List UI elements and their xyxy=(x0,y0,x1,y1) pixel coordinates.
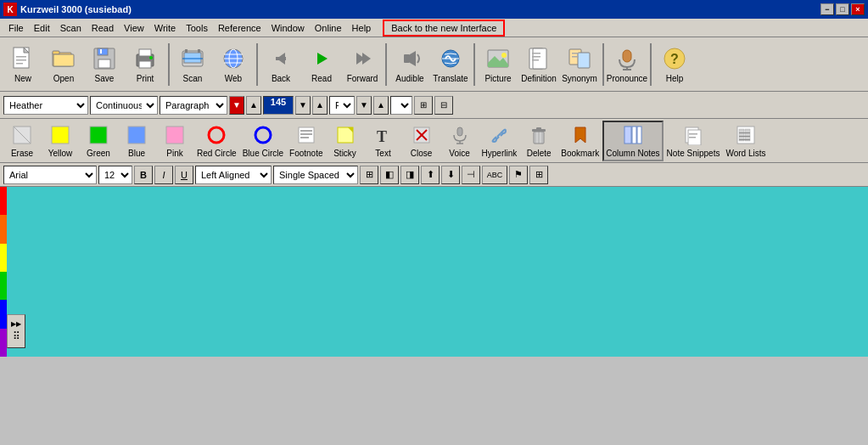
green-button[interactable]: Green xyxy=(80,121,117,161)
pink-button[interactable]: Pink xyxy=(156,121,193,161)
zoom-down-button[interactable]: ▼ xyxy=(295,96,311,115)
menu-scan[interactable]: Scan xyxy=(55,21,87,35)
pronounce-button[interactable]: Pronounce xyxy=(608,40,647,89)
align-dropdown[interactable]: Left Aligned xyxy=(195,166,272,184)
minimize-button[interactable]: − xyxy=(820,3,834,15)
font-family-dropdown[interactable]: Arial xyxy=(3,166,97,184)
scan-label: Scan xyxy=(183,74,203,83)
menu-tools[interactable]: Tools xyxy=(181,21,213,35)
word-lists-label: Word Lists xyxy=(725,149,765,158)
grid-format-button[interactable]: ⊞ xyxy=(529,166,548,184)
svg-rect-92 xyxy=(739,139,750,140)
delete-button[interactable]: Delete xyxy=(520,121,557,161)
blue-button[interactable]: Blue xyxy=(118,121,155,161)
grid-btn-2[interactable]: ⊟ xyxy=(434,96,453,115)
forward-button[interactable]: Forward xyxy=(343,40,382,89)
app-icon: K xyxy=(3,3,17,16)
line-size-dropdown[interactable]: L xyxy=(390,96,412,115)
picture-button[interactable]: Picture xyxy=(479,40,518,89)
menu-file[interactable]: File xyxy=(3,21,29,35)
grid-btn-1[interactable]: ⊞ xyxy=(414,96,433,115)
underline-button[interactable]: U xyxy=(175,166,193,184)
synonym-button[interactable]: Synonym xyxy=(560,40,599,89)
menu-online[interactable]: Online xyxy=(310,21,347,35)
bold-button[interactable]: B xyxy=(134,166,153,184)
annotation-toolbar: Erase Yellow Green Blue Pink Red Circle xyxy=(0,119,868,163)
menu-reference[interactable]: Reference xyxy=(213,21,266,35)
view-dropdown[interactable]: Continuous xyxy=(90,96,158,115)
spacing-dropdown[interactable]: Single Spaced xyxy=(273,166,358,184)
document-area: ▶▶ ⠿ xyxy=(0,187,868,357)
font-size-dropdown[interactable]: F xyxy=(329,96,355,115)
erase-button[interactable]: Erase xyxy=(3,121,41,161)
new-button[interactable]: New xyxy=(3,40,42,89)
blue-icon xyxy=(125,123,148,147)
print-button[interactable]: Print xyxy=(126,40,165,89)
bar-red xyxy=(0,187,7,215)
column-notes-button[interactable]: Column Notes xyxy=(602,121,663,161)
word-lists-button[interactable]: Word Lists xyxy=(723,121,768,161)
open-button[interactable]: Open xyxy=(44,40,83,89)
audible-button[interactable]: Audible xyxy=(390,40,429,89)
table-insert-button[interactable]: ⊞ xyxy=(360,166,378,184)
col-right-button[interactable]: ◨ xyxy=(400,166,419,184)
svg-rect-86 xyxy=(689,137,696,138)
footnote-button[interactable]: Footnote xyxy=(287,121,325,161)
delete-label: Delete xyxy=(527,149,552,158)
font-size-number-dropdown[interactable]: 12 xyxy=(98,166,132,184)
col-left-button[interactable]: ◧ xyxy=(380,166,399,184)
color-up-button[interactable]: ▲ xyxy=(246,96,261,115)
svg-rect-55 xyxy=(128,127,145,144)
scan-button[interactable]: Scan xyxy=(173,40,212,89)
style-dropdown[interactable]: Heather xyxy=(3,96,88,115)
maximize-button[interactable]: □ xyxy=(836,3,849,15)
save-button[interactable]: Save xyxy=(85,40,124,89)
note-snippets-button[interactable]: Note Snippets xyxy=(664,121,723,161)
title-bar-controls[interactable]: − □ × xyxy=(820,3,865,15)
bookmark-button[interactable]: Bookmark xyxy=(558,121,602,161)
svg-rect-78 xyxy=(536,127,541,130)
menu-write[interactable]: Write xyxy=(149,21,181,35)
close-button[interactable]: × xyxy=(851,3,865,15)
yellow-button[interactable]: Yellow xyxy=(42,121,79,161)
sticky-button[interactable]: Sticky xyxy=(327,121,364,161)
zoom-up-button[interactable]: ▲ xyxy=(312,96,328,115)
close-ann-button[interactable]: Close xyxy=(403,121,440,161)
col-del-button[interactable]: ⊣ xyxy=(462,166,480,184)
paragraph-dropdown[interactable]: Paragraph xyxy=(160,96,227,115)
blue-circle-button[interactable]: Blue Circle xyxy=(240,121,286,161)
svg-point-15 xyxy=(149,56,153,59)
menu-help[interactable]: Help xyxy=(347,21,377,35)
read-button[interactable]: Read xyxy=(302,40,341,89)
svg-rect-39 xyxy=(532,53,540,54)
pink-label: Pink xyxy=(166,149,182,158)
help-button[interactable]: ? Help xyxy=(655,40,694,89)
font-down-button[interactable]: ▼ xyxy=(356,96,372,115)
spell-check-button[interactable]: ABC xyxy=(482,166,507,184)
menu-window[interactable]: Window xyxy=(266,21,310,35)
back-to-interface-button[interactable]: Back to the new Interface xyxy=(383,20,505,37)
text-label: Text xyxy=(375,149,390,158)
red-circle-button[interactable]: Red Circle xyxy=(194,121,239,161)
svg-point-58 xyxy=(255,127,271,143)
menu-view[interactable]: View xyxy=(119,21,149,35)
color-red-button[interactable]: ▼ xyxy=(229,96,244,115)
panel-toggle-button[interactable]: ▶▶ ⠿ xyxy=(7,314,25,348)
voice-button[interactable]: Voice xyxy=(441,121,479,161)
text-button[interactable]: T Text xyxy=(365,121,402,161)
synonym-icon xyxy=(566,45,593,72)
hyperlink-button[interactable]: Hyperlink xyxy=(479,121,520,161)
italic-button[interactable]: I xyxy=(154,166,173,184)
back-button[interactable]: Back xyxy=(261,40,300,89)
synonym-label: Synonym xyxy=(562,74,597,83)
menu-read[interactable]: Read xyxy=(87,21,119,35)
menu-edit[interactable]: Edit xyxy=(29,21,55,35)
web-button[interactable]: Web xyxy=(214,40,253,89)
picture-icon xyxy=(484,45,512,72)
flag-button[interactable]: ⚑ xyxy=(509,166,528,184)
translate-button[interactable]: Translate xyxy=(431,40,470,89)
row-below-button[interactable]: ⬇ xyxy=(441,166,460,184)
font-up-button[interactable]: ▲ xyxy=(373,96,389,115)
definition-button[interactable]: Definition xyxy=(519,40,558,89)
row-above-button[interactable]: ⬆ xyxy=(421,166,440,184)
